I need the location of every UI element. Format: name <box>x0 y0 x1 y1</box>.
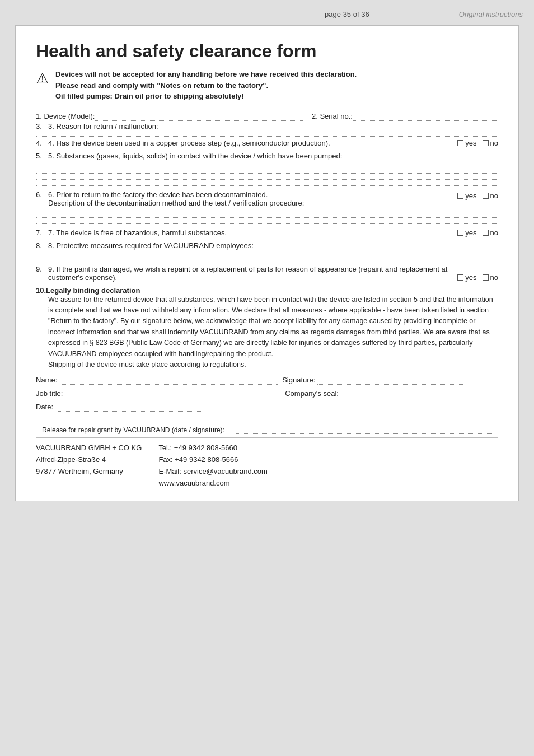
form-title: Health and safety clearance form <box>36 41 498 61</box>
name-dots <box>62 376 278 385</box>
warning-line1: Devices will not be accepted for any han… <box>55 70 357 78</box>
job-row: Job title: Company's seal: <box>36 389 498 398</box>
field4-yes-box[interactable] <box>457 140 463 146</box>
field6-label: 6. Prior to return to the factory the de… <box>48 190 268 199</box>
footer-release-box: Release for repair grant by VACUUBRAND (… <box>36 422 498 438</box>
warning-line3: Oil filled pumps: Drain oil prior to shi… <box>55 92 244 100</box>
field1-label: 1. Device (Model): <box>36 112 95 120</box>
warning-icon: ⚠ <box>36 70 49 87</box>
field10-body: We assure for the returned device that a… <box>48 295 498 371</box>
section-6: 6. 6. Prior to return to the factory the… <box>36 190 498 224</box>
field9-yesno: yes no <box>457 273 498 282</box>
date-row: Date: <box>36 403 498 412</box>
field9-label: 9. If the paint is damaged, we wish a re… <box>48 265 453 282</box>
release-label: Release for repair grant by VACUUBRAND (… <box>42 426 224 434</box>
release-dots <box>236 426 492 434</box>
field6-yesno: yes no <box>457 192 498 200</box>
company-web: www.vacuubrand.com <box>158 478 268 489</box>
field7-yes-box[interactable] <box>457 230 463 236</box>
field6-sub: Description of the decontamination metho… <box>48 199 453 207</box>
field7-no: no <box>483 228 498 237</box>
job-title-label: Job title: <box>36 389 63 398</box>
warning-line2: Please read and comply with "Notes on re… <box>55 81 268 90</box>
field4-label: 4. Has the device been used in a copper … <box>48 139 330 147</box>
company-email: E-Mail: service@vacuubrand.com <box>158 466 268 478</box>
field4-no: no <box>483 139 498 147</box>
field6-no-box[interactable] <box>483 193 489 199</box>
company-footer: VACUUBRAND GMBH + CO KG Alfred-Zippe-Str… <box>36 438 498 489</box>
field7-no-box[interactable] <box>483 230 489 236</box>
field3-label: 3. Reason for return / malfunction: <box>48 122 158 130</box>
field6-yes-box[interactable] <box>457 193 463 199</box>
company-name: VACUUBRAND GMBH + CO KG <box>36 442 142 454</box>
address-line1: Alfred-Zippe-Straße 4 <box>36 454 142 466</box>
company-seal-label: Company's seal: <box>285 389 498 398</box>
section-5: 5. 5. Substances (gases, liquids, solids… <box>36 152 498 186</box>
field9-yes: yes <box>457 273 476 282</box>
field5-label: 5. Substances (gases, liquids, solids) i… <box>48 152 342 160</box>
company-fax: Fax: +49 9342 808-5666 <box>158 454 268 466</box>
field7-yesno: yes no <box>457 228 498 237</box>
field6-yes: yes <box>457 192 476 200</box>
field2-label: 2. Serial no.: <box>312 112 353 120</box>
field6-no: no <box>483 192 498 200</box>
field10-heading: 10.Legally binding declaration <box>36 286 498 295</box>
date-label: Date: <box>36 403 53 411</box>
field7-label: 7. The device is free of hazardous, harm… <box>48 228 227 237</box>
signature-block: Name: Signature: Job title: Company's se… <box>36 376 498 412</box>
field4-no-box[interactable] <box>483 140 489 146</box>
section-1-2: 1. Device (Model): 2. Serial no.: 3. 3. … <box>36 112 498 130</box>
field9-no: no <box>483 273 498 282</box>
page-header: page 35 of 36 Original instructions <box>0 6 534 23</box>
form-container: Health and safety clearance form ⚠ Devic… <box>15 25 519 501</box>
field4-yesno: yes no <box>457 139 498 147</box>
field9-no-box[interactable] <box>483 274 489 281</box>
name-row: Name: Signature: <box>36 376 498 385</box>
section-10: 10.Legally binding declaration We assure… <box>36 286 498 371</box>
field8-label: 8. Protective measures required for VACU… <box>48 241 254 250</box>
section-9: 9. 9. If the paint is damaged, we wish a… <box>36 265 498 282</box>
address-line2: 97877 Wertheim, Germany <box>36 466 142 478</box>
company-tel: Tel.: +49 9342 808-5660 <box>158 442 268 454</box>
name-label: Name: <box>36 376 57 384</box>
section-8: 8. 8. Protective measures required for V… <box>36 241 498 260</box>
job-dots <box>67 389 280 398</box>
warning-text: Devices will not be accepted for any han… <box>55 69 357 102</box>
field7-yes: yes <box>457 228 476 237</box>
section-4: 4. 4. Has the device been used in a copp… <box>36 139 498 147</box>
warning-box: ⚠ Devices will not be accepted for any h… <box>36 69 498 102</box>
field4-yes: yes <box>457 139 476 147</box>
company-address: VACUUBRAND GMBH + CO KG Alfred-Zippe-Str… <box>36 442 142 489</box>
section-7: 7. 7. The device is free of hazardous, h… <box>36 228 498 237</box>
signature-label: Signature: <box>282 376 498 385</box>
company-contact: Tel.: +49 9342 808-5660 Fax: +49 9342 80… <box>158 442 268 489</box>
page-number: page 35 of 36 <box>235 10 459 18</box>
original-instructions: Original instructions <box>459 10 523 18</box>
field9-yes-box[interactable] <box>457 274 463 281</box>
